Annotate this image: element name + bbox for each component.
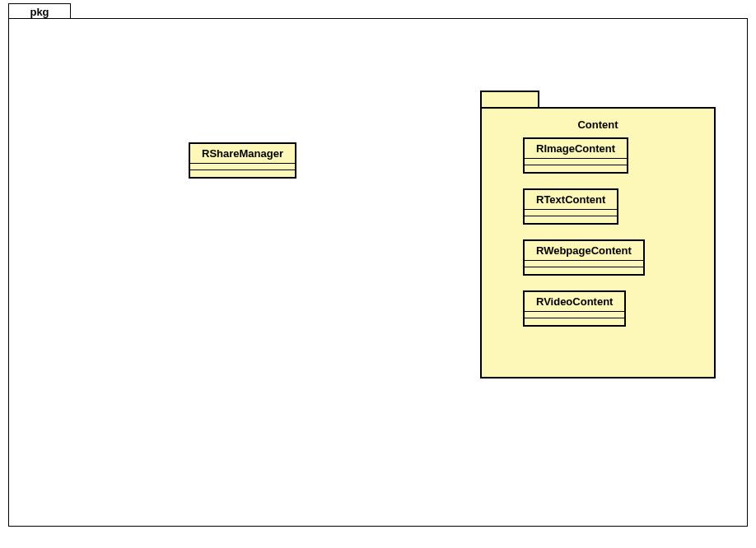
class-attributes bbox=[190, 164, 295, 170]
class-rtextcontent: RTextContent bbox=[523, 188, 618, 225]
outer-frame: RShareManager Content RImageContent RTex… bbox=[8, 18, 748, 527]
class-operations bbox=[525, 267, 643, 274]
class-operations bbox=[525, 318, 624, 325]
class-rsharemanager: RShareManager bbox=[189, 142, 296, 179]
package-title: Content bbox=[482, 118, 714, 131]
class-rvideocontent: RVideoContent bbox=[523, 290, 626, 327]
class-attributes bbox=[525, 159, 627, 165]
class-name: RImageContent bbox=[525, 139, 627, 159]
pkg-label: pkg bbox=[30, 6, 49, 18]
class-rwebpagecontent: RWebpageContent bbox=[523, 239, 645, 276]
class-name: RTextContent bbox=[525, 190, 617, 210]
class-rimagecontent: RImageContent bbox=[523, 137, 628, 174]
class-name: RVideoContent bbox=[525, 292, 624, 312]
class-operations bbox=[525, 216, 617, 223]
package-content-tab bbox=[480, 91, 539, 109]
class-attributes bbox=[525, 210, 617, 216]
class-attributes bbox=[525, 312, 624, 318]
package-content: Content RImageContent RTextContent RWebp… bbox=[480, 107, 716, 378]
pkg-tab: pkg bbox=[8, 3, 71, 20]
class-operations bbox=[525, 165, 627, 172]
class-attributes bbox=[525, 261, 643, 267]
class-operations bbox=[190, 170, 295, 177]
class-name: RShareManager bbox=[190, 144, 295, 164]
package-inner-classes: RImageContent RTextContent RWebpageConte… bbox=[482, 137, 714, 327]
class-name: RWebpageContent bbox=[525, 241, 643, 261]
